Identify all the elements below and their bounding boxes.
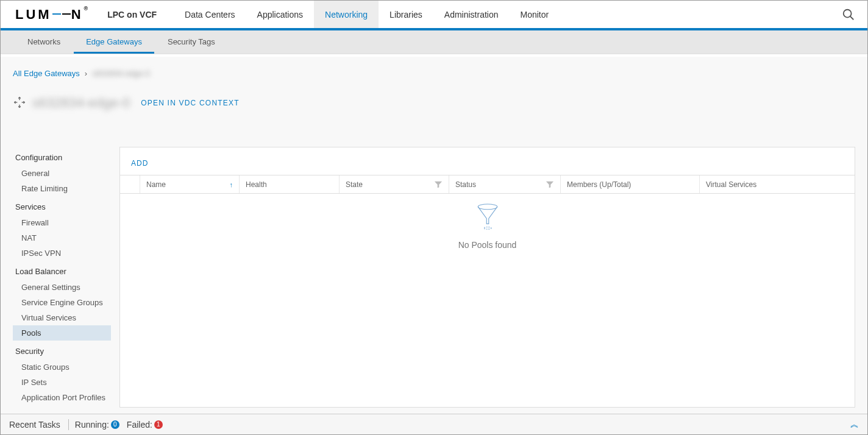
sidebar-item-ip-sets[interactable]: IP Sets [13, 375, 111, 390]
column-state[interactable]: State [340, 175, 449, 193]
expand-footer-icon[interactable]: ︽ [850, 419, 859, 430]
split-area: ConfigurationGeneralRate LimitingService… [13, 147, 855, 408]
column-members-label: Members (Up/Total) [567, 180, 631, 189]
logo-suffix: N [71, 7, 84, 23]
sort-asc-icon: ↑ [230, 181, 233, 188]
search-icon[interactable] [842, 8, 855, 21]
main-nav: Data CentersApplicationsNetworkingLibrar… [174, 1, 560, 28]
sidebar-item-nat[interactable]: NAT [13, 230, 111, 246]
column-name[interactable]: Name ↑ [140, 175, 240, 193]
breadcrumb: All Edge Gateways › s632834-edge-0 [13, 69, 855, 78]
subtab-edge-gateways[interactable]: Edge Gateways [74, 31, 154, 54]
sidebar-item-ipsec-vpn[interactable]: IPSec VPN [13, 246, 111, 261]
table-header: Name ↑ Health State Status Members (Up/T… [120, 175, 855, 194]
failed-count-badge: 1 [154, 420, 163, 429]
logo-bar-blue [52, 13, 61, 15]
svg-point-6 [478, 204, 497, 210]
sidebar-item-general[interactable]: General [13, 166, 111, 181]
sidebar-header-services: Services [13, 199, 111, 215]
title-bar: s632834-edge-0 OPEN IN VDC CONTEXT [13, 95, 855, 111]
expand-icon [13, 96, 26, 111]
sidebar-item-firewall[interactable]: Firewall [13, 215, 111, 230]
column-status[interactable]: Status [449, 175, 561, 193]
empty-state: No Pools found [120, 194, 855, 407]
toolbar: ADD [120, 147, 855, 175]
breadcrumb-root[interactable]: All Edge Gateways [13, 69, 80, 78]
separator [68, 419, 69, 430]
footer-bar: Recent Tasks Running: 0 Failed: 1 ︽ [1, 414, 867, 434]
page-title: s632834-edge-0 [32, 95, 130, 111]
sidebar-item-application-port-profiles[interactable]: Application Port Profiles [13, 390, 111, 405]
breadcrumb-current: s632834-edge-0 [92, 69, 150, 78]
svg-point-7 [483, 227, 491, 230]
column-vs-label: Virtual Services [706, 180, 756, 189]
sidebar-item-rate-limiting[interactable]: Rate Limiting [13, 181, 111, 196]
mainnav-item-data-centers[interactable]: Data Centers [174, 1, 246, 28]
sidebar-item-pools[interactable]: Pools [13, 325, 111, 341]
subtab-security-tags[interactable]: Security Tags [155, 31, 227, 54]
sidebar-item-static-groups[interactable]: Static Groups [13, 359, 111, 375]
empty-text: No Pools found [458, 240, 517, 250]
mainnav-item-applications[interactable]: Applications [246, 1, 315, 28]
sidebar-header-security: Security [13, 343, 111, 359]
mainnav-item-networking[interactable]: Networking [314, 1, 379, 28]
filter-icon[interactable] [434, 180, 443, 189]
logo: LUM N ® [15, 7, 90, 23]
column-status-label: Status [455, 180, 476, 189]
chevron-right-icon: › [85, 69, 87, 78]
column-virtual-services[interactable]: Virtual Services [700, 175, 855, 193]
logo-registered: ® [84, 5, 91, 12]
running-count-badge: 0 [111, 420, 119, 429]
add-button[interactable]: ADD [131, 159, 148, 168]
sidebar[interactable]: ConfigurationGeneralRate LimitingService… [13, 147, 111, 408]
logo-bar-black [62, 13, 71, 15]
column-members[interactable]: Members (Up/Total) [561, 175, 700, 193]
svg-line-1 [850, 16, 854, 19]
product-name: LPC on VCF [107, 10, 157, 19]
sidebar-item-service-engine-groups[interactable]: Service Engine Groups [13, 295, 111, 310]
column-state-label: State [346, 180, 363, 189]
sidebar-header-configuration: Configuration [13, 149, 111, 166]
top-bar: LUM N ® LPC on VCF Data CentersApplicati… [1, 1, 867, 30]
column-health[interactable]: Health [240, 175, 340, 193]
filter-icon[interactable] [546, 180, 554, 189]
mainnav-item-libraries[interactable]: Libraries [379, 1, 433, 28]
mainnav-item-administration[interactable]: Administration [433, 1, 510, 28]
sidebar-header-load-balancer: Load Balancer [13, 263, 111, 280]
funnel-icon [475, 202, 500, 232]
sub-nav: NetworksEdge GatewaysSecurity Tags [1, 30, 867, 54]
mainnav-item-monitor[interactable]: Monitor [510, 1, 560, 28]
svg-point-0 [844, 9, 852, 17]
page-body: All Edge Gateways › s632834-edge-0 s6328… [1, 57, 867, 414]
column-checkbox[interactable] [120, 175, 140, 193]
sidebar-item-virtual-services[interactable]: Virtual Services [13, 310, 111, 325]
content-panel: ADD Name ↑ Health State Status [119, 147, 855, 408]
subtab-networks[interactable]: Networks [15, 31, 73, 54]
logo-prefix: LUM [15, 7, 52, 23]
column-name-label: Name [146, 180, 166, 189]
recent-tasks-label[interactable]: Recent Tasks [9, 420, 60, 430]
failed-label: Failed: [127, 420, 152, 430]
sidebar-item-general-settings[interactable]: General Settings [13, 280, 111, 295]
open-in-vdc-link[interactable]: OPEN IN VDC CONTEXT [141, 99, 239, 107]
column-health-label: Health [246, 180, 267, 189]
running-label: Running: [75, 420, 109, 430]
